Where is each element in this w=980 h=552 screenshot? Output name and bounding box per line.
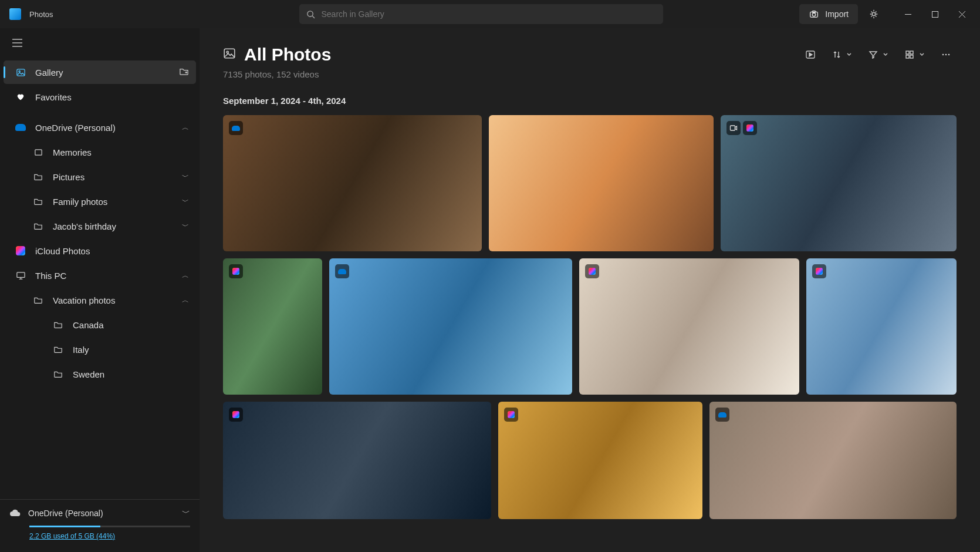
sidebar-item-sweden[interactable]: Sweden [4, 362, 196, 386]
minimize-button[interactable] [894, 2, 921, 26]
sort-icon [832, 50, 842, 59]
sidebar-item-vacation-photos[interactable]: Vacation photos ︿ [4, 288, 196, 312]
icloud-badge-icon [812, 264, 826, 278]
folder-icon [32, 295, 45, 305]
sidebar-item-label: Italy [73, 345, 89, 355]
settings-button[interactable] [861, 4, 886, 24]
sidebar-item-onedrive[interactable]: OneDrive (Personal) ︿ [4, 116, 196, 139]
folder-plus-icon[interactable] [179, 66, 189, 78]
image-icon [14, 68, 27, 78]
slideshow-icon [805, 49, 816, 60]
storage-title: OneDrive (Personal) [28, 509, 103, 518]
chevron-up-icon[interactable]: ︿ [182, 123, 189, 133]
sidebar-item-label: OneDrive (Personal) [35, 123, 116, 133]
app-title: Photos [29, 10, 53, 19]
sidebar-item-favorites[interactable]: Favorites [4, 85, 196, 109]
icloud-badge-icon [743, 121, 757, 135]
photo-tile[interactable] [329, 258, 572, 395]
icloud-icon [14, 246, 27, 255]
chevron-down-icon [883, 52, 888, 58]
svg-point-14 [18, 70, 19, 72]
sidebar-item-label: iCloud Photos [35, 246, 90, 256]
hamburger-button[interactable] [5, 32, 29, 54]
onedrive-badge-icon [335, 264, 349, 278]
svg-rect-13 [16, 69, 24, 75]
folder-icon [32, 197, 45, 206]
sidebar-item-label: Jacob's birthday [53, 221, 116, 231]
sidebar-item-italy[interactable]: Italy [4, 338, 196, 361]
photo-tile[interactable] [489, 115, 714, 251]
svg-rect-7 [932, 11, 938, 17]
svg-point-22 [227, 51, 228, 53]
storage-progress [29, 526, 190, 527]
chevron-down-icon[interactable]: ﹀ [182, 508, 190, 519]
storage-usage-link[interactable]: 2.2 GB used of 5 GB (44%) [29, 532, 190, 540]
sidebar-item-canada[interactable]: Canada [4, 313, 196, 336]
sidebar-item-gallery[interactable]: Gallery [4, 60, 196, 84]
cloud-icon [14, 124, 27, 131]
monitor-icon [14, 271, 27, 281]
gallery-grid [200, 115, 980, 526]
filter-button[interactable] [863, 46, 894, 63]
photo-tile[interactable] [721, 115, 957, 251]
filter-icon [869, 50, 878, 59]
more-button[interactable] [935, 46, 957, 63]
sidebar: Gallery Favorites OneDrive (Personal) ︿ … [0, 28, 200, 552]
svg-point-3 [813, 13, 816, 16]
window-controls [894, 2, 975, 26]
chevron-up-icon[interactable]: ︿ [182, 295, 189, 305]
slideshow-button[interactable] [799, 46, 822, 63]
folder-icon [32, 221, 45, 231]
photo-tile[interactable] [579, 258, 800, 395]
more-icon [941, 50, 951, 59]
main-content: All Photos 7135 photos, 152 videos Septe… [200, 28, 980, 552]
onedrive-badge-icon [715, 408, 729, 422]
search-input[interactable] [321, 9, 656, 19]
photo-tile[interactable] [223, 402, 491, 519]
maximize-button[interactable] [921, 2, 948, 26]
icloud-badge-icon [229, 408, 243, 422]
hamburger-icon [12, 39, 22, 47]
page-title: All Photos [244, 45, 331, 65]
photo-tile[interactable] [223, 258, 322, 395]
sidebar-item-pictures[interactable]: Pictures ﹀ [4, 165, 196, 189]
sidebar-item-this-pc[interactable]: This PC ︿ [4, 264, 196, 287]
sidebar-item-label: Gallery [35, 68, 63, 78]
svg-point-28 [942, 54, 944, 56]
photo-tile[interactable] [498, 402, 702, 519]
gear-icon [869, 9, 879, 19]
app-icon [9, 8, 21, 20]
chevron-down-icon[interactable]: ﹀ [182, 172, 189, 182]
folder-icon [52, 369, 65, 379]
view-button[interactable] [899, 46, 931, 63]
sidebar-item-icloud[interactable]: iCloud Photos [4, 239, 196, 262]
chevron-down-icon[interactable]: ﹀ [182, 221, 189, 231]
folder-icon [32, 172, 45, 181]
import-label: Import [825, 9, 849, 19]
svg-rect-27 [910, 55, 913, 58]
storage-header[interactable]: OneDrive (Personal) ﹀ [9, 508, 190, 519]
heart-icon [14, 92, 27, 102]
import-button[interactable]: Import [799, 4, 858, 24]
photo-tile[interactable] [806, 258, 957, 395]
photo-tile[interactable] [223, 115, 482, 251]
sidebar-item-jacobs-birthday[interactable]: Jacob's birthday ﹀ [4, 214, 196, 238]
search-bar[interactable] [299, 4, 663, 24]
svg-rect-25 [910, 51, 913, 54]
svg-rect-21 [224, 49, 235, 58]
sidebar-item-label: Favorites [35, 92, 72, 102]
sidebar-item-label: Family photos [53, 197, 107, 207]
chevron-up-icon[interactable]: ︿ [182, 271, 189, 281]
chevron-down-icon[interactable]: ﹀ [182, 197, 189, 207]
icloud-badge-icon [504, 408, 518, 422]
folder-icon [52, 345, 65, 354]
icloud-badge-icon [229, 264, 243, 278]
sidebar-item-memories[interactable]: Memories [4, 140, 196, 164]
close-button[interactable] [948, 2, 975, 26]
sidebar-item-family-photos[interactable]: Family photos ﹀ [4, 190, 196, 213]
sidebar-item-label: Vacation photos [53, 295, 115, 305]
photo-tile[interactable] [709, 402, 957, 519]
sidebar-item-label: Pictures [53, 172, 85, 182]
storage-panel: OneDrive (Personal) ﹀ 2.2 GB used of 5 G… [0, 499, 200, 552]
sort-button[interactable] [826, 46, 858, 63]
